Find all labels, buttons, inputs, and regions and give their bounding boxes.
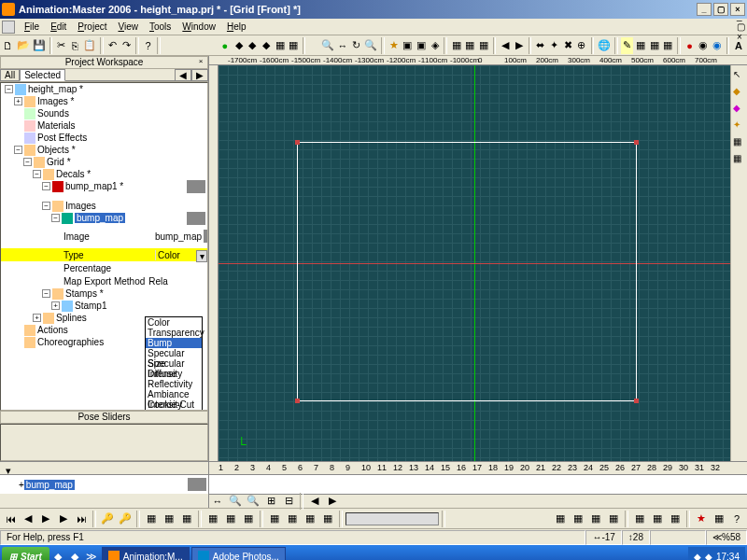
tool-arrow-icon[interactable]: ⬌: [534, 37, 547, 54]
rotate-icon[interactable]: ↻: [350, 37, 363, 54]
tree-stamps[interactable]: Stamps *: [65, 288, 104, 299]
menu-edit[interactable]: Edit: [45, 21, 72, 33]
timeline-track[interactable]: [209, 475, 747, 494]
bt-icon[interactable]: ▦: [649, 511, 666, 527]
frame-slider[interactable]: [345, 512, 439, 525]
paste-icon[interactable]: 📋: [82, 37, 97, 54]
workspace-close-icon[interactable]: ×: [195, 57, 206, 68]
help-icon[interactable]: ?: [142, 37, 155, 54]
expand-icon[interactable]: −: [33, 170, 41, 178]
new-icon[interactable]: 🗋: [2, 37, 15, 54]
tree-choreographies[interactable]: Choreographies: [37, 337, 104, 347]
expand-icon[interactable]: −: [42, 202, 50, 210]
dropdown-item[interactable]: Reflectivity: [146, 379, 202, 389]
bt-icon[interactable]: ▦: [570, 511, 586, 527]
maximize-button[interactable]: ▢: [713, 3, 728, 16]
expand-icon[interactable]: +: [14, 97, 22, 105]
tl-tool-icon[interactable]: ▶: [324, 493, 341, 510]
tool-m-icon[interactable]: ◀: [499, 37, 512, 54]
tool-v-icon[interactable]: ◉: [697, 37, 710, 54]
tl-tool-icon[interactable]: 🔍: [227, 493, 244, 510]
tool-pencil-icon[interactable]: ✎: [621, 37, 634, 54]
expand-icon[interactable]: +: [51, 301, 60, 310]
quicklaunch-icon[interactable]: ◆: [49, 548, 66, 560]
tree-actions[interactable]: Actions: [37, 325, 68, 335]
canvas[interactable]: └: [218, 65, 730, 461]
prop-export-value[interactable]: Rela: [148, 276, 168, 287]
play-icon[interactable]: ▶: [37, 511, 54, 527]
bt-icon[interactable]: ▦: [667, 511, 684, 527]
tool-globe-icon[interactable]: 🌐: [597, 37, 612, 54]
quicklaunch-icon[interactable]: ◆: [66, 548, 83, 560]
menu-view[interactable]: View: [112, 21, 144, 33]
dropdown-item[interactable]: Ambiance Intensity: [146, 389, 202, 399]
expand-icon[interactable]: −: [42, 289, 50, 298]
selection-box[interactable]: [297, 142, 637, 401]
tool-icon[interactable]: ▦: [733, 136, 746, 149]
dropdown-item[interactable]: Specular Intensity: [146, 358, 202, 369]
task-photoshop[interactable]: Adobe Photos...: [191, 547, 286, 560]
tree-root[interactable]: height_map *: [28, 84, 83, 94]
tool-h-icon[interactable]: ▣: [415, 37, 428, 54]
bt-icon[interactable]: ?: [728, 511, 745, 527]
tl-tool-icon[interactable]: ↔: [209, 493, 226, 510]
tray-icon[interactable]: ◆: [705, 552, 712, 561]
tool-icon[interactable]: ◆: [733, 86, 746, 99]
expand-icon[interactable]: +: [33, 314, 41, 322]
tool-c-icon[interactable]: ◆: [260, 37, 273, 54]
quicklaunch-icon[interactable]: ≫: [83, 548, 100, 560]
tool-icon[interactable]: ◆: [733, 103, 746, 116]
dropdown-item[interactable]: Specular Size: [146, 348, 202, 358]
copy-icon[interactable]: ⎘: [69, 37, 82, 54]
dropdown-item[interactable]: Diffuse: [146, 369, 202, 379]
tree-grid[interactable]: Grid *: [47, 157, 71, 167]
tab-all[interactable]: All: [0, 69, 20, 81]
bt-icon[interactable]: ★: [693, 511, 710, 527]
bt-icon[interactable]: ▦: [284, 511, 301, 527]
dropdown-item[interactable]: Color: [146, 317, 202, 328]
dropdown-item[interactable]: Transparency: [146, 328, 202, 338]
tool-render-icon[interactable]: ●: [218, 37, 232, 54]
tool-text-icon[interactable]: A: [732, 37, 745, 54]
tab-scroll-left[interactable]: ◀: [175, 69, 191, 81]
tl-tool-icon[interactable]: ⊟: [280, 493, 297, 510]
type-dropdown[interactable]: Color Transparency Bump Specular Size Sp…: [145, 316, 203, 411]
tray-icon[interactable]: ◆: [694, 552, 701, 561]
bt-icon[interactable]: ▦: [605, 511, 622, 527]
open-icon[interactable]: 📂: [16, 37, 31, 54]
task-animation-master[interactable]: Animation:M...: [102, 547, 190, 560]
bt-icon[interactable]: ▦: [161, 511, 177, 527]
play-first-icon[interactable]: ⏮: [2, 511, 19, 527]
play-next-icon[interactable]: ▶: [55, 511, 72, 527]
handle-icon[interactable]: [634, 399, 639, 403]
key-icon[interactable]: 🔑: [99, 511, 116, 527]
menu-window[interactable]: Window: [176, 21, 221, 33]
minimize-button[interactable]: _: [697, 3, 712, 16]
tool-r-icon[interactable]: ▦: [634, 37, 647, 54]
save-icon[interactable]: 💾: [32, 37, 47, 54]
tree-objects[interactable]: Objects *: [37, 145, 76, 155]
tool-icon[interactable]: ✦: [733, 119, 746, 133]
undo-icon[interactable]: ↶: [106, 37, 120, 54]
dropdown-item[interactable]: Displacement: [146, 410, 202, 411]
tl-tool-icon[interactable]: ⊞: [262, 493, 279, 510]
expand-icon[interactable]: −: [51, 214, 60, 222]
tool-b-icon[interactable]: ◆: [246, 37, 259, 54]
tab-selected[interactable]: Selected: [20, 69, 65, 81]
tree-sounds[interactable]: Sounds: [37, 108, 69, 119]
mdi-maximize-button[interactable]: ▢: [737, 21, 745, 32]
tool-j-icon[interactable]: ▦: [450, 37, 463, 54]
tool-i-icon[interactable]: ◈: [429, 37, 442, 54]
timeline-item[interactable]: bump_map: [24, 480, 75, 490]
tool-a-icon[interactable]: ◆: [233, 37, 246, 54]
tree-bumpmap-selected[interactable]: bump_map: [75, 213, 125, 223]
tree-posteffects[interactable]: Post Effects: [37, 133, 87, 143]
mdi-minimize-button[interactable]: _: [737, 11, 745, 21]
tool-l-icon[interactable]: ▦: [477, 37, 490, 54]
play-prev-icon[interactable]: ◀: [20, 511, 36, 527]
bt-icon[interactable]: ▦: [587, 511, 604, 527]
tree-images[interactable]: Images *: [37, 96, 74, 106]
expand-icon[interactable]: −: [23, 158, 32, 166]
tool-s-icon[interactable]: ▦: [648, 37, 661, 54]
tool-e-icon[interactable]: ▦: [287, 37, 300, 54]
